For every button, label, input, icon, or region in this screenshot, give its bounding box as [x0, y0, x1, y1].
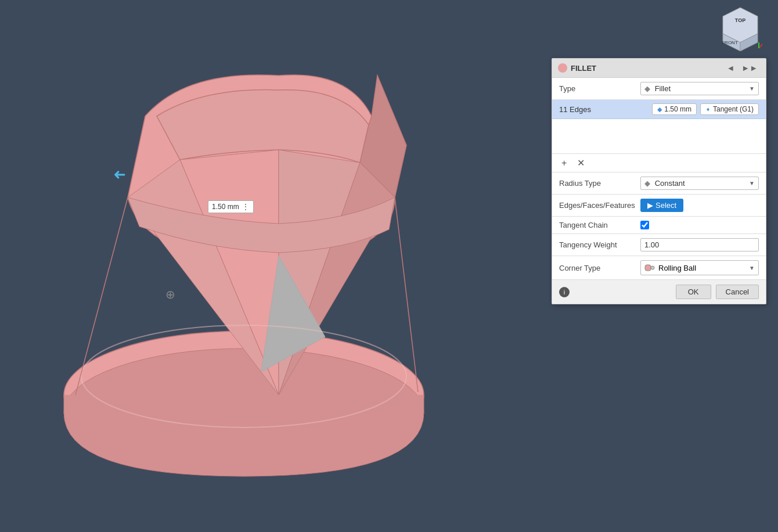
corner-type-dropdown[interactable]: Rolling Ball ▼ — [640, 260, 759, 275]
corner-type-row: Corner Type Rolling Ball ▼ — [552, 256, 766, 279]
pan-cursor-icon: ⊕ — [165, 287, 175, 301]
nav-cube-svg[interactable]: TOP FRONT — [717, 5, 763, 51]
nav-cube-top-label: TOP — [735, 17, 745, 23]
nav-cube-front-label: FRONT — [722, 40, 738, 45]
tangency-weight-row: Tangency Weight — [552, 234, 766, 256]
radius-type-row: Radius Type ◆ Constant ▼ — [552, 172, 766, 195]
panel-header: FILLET ◄ ►► — [552, 59, 766, 78]
size-icon: ◆ — [657, 106, 662, 113]
add-edge-button[interactable]: + — [559, 157, 569, 168]
tangency-weight-value-container — [640, 238, 759, 251]
type-dropdown[interactable]: ◆ Fillet ▼ — [640, 82, 759, 95]
fillet-icon-small: ◆ — [644, 84, 650, 93]
tangent-chain-value-container — [640, 221, 759, 229]
select-button[interactable]: ▶ Select — [640, 199, 683, 212]
type-dropdown-arrow: ▼ — [749, 85, 755, 92]
panel-body: Type ◆ Fillet ▼ 11 Edges ◆ 1.50 mm — [552, 78, 766, 279]
navigation-cube[interactable]: TOP FRONT — [717, 5, 763, 51]
measurement-options[interactable]: ⋮ — [242, 202, 250, 211]
panel-header-left: FILLET — [558, 63, 596, 73]
panel-collapse-button[interactable]: ◄ — [724, 62, 737, 74]
corner-type-text: Rolling Ball — [658, 264, 696, 272]
panel-title: FILLET — [571, 64, 596, 73]
tangent-chain-checkbox-container — [640, 221, 649, 229]
type-dropdown-text: ◆ Fillet — [644, 84, 671, 93]
constant-icon: ◆ — [644, 179, 650, 188]
type-label: Type — [559, 84, 640, 93]
tangency-weight-label: Tangency Weight — [559, 240, 640, 249]
rolling-ball-icon — [644, 263, 655, 273]
tangent-chain-checkbox[interactable] — [640, 221, 649, 229]
tangent-value: Tangent (G1) — [713, 105, 754, 113]
cancel-button[interactable]: Cancel — [716, 285, 759, 299]
edges-count: 11 Edges — [559, 105, 591, 114]
size-chip[interactable]: ◆ 1.50 mm — [652, 103, 697, 115]
fillet-icon — [558, 63, 567, 73]
edges-list-area — [552, 119, 766, 154]
tangent-icon: ➧ — [705, 106, 711, 113]
corner-type-dropdown-arrow: ▼ — [749, 265, 755, 271]
type-value-container: ◆ Fillet ▼ — [640, 82, 759, 95]
tangency-weight-input[interactable] — [640, 238, 759, 251]
edges-faces-row: Edges/Faces/Features ▶ Select — [552, 195, 766, 217]
tangent-chain-label: Tangent Chain — [559, 221, 640, 229]
svg-point-9 — [651, 266, 654, 269]
radius-type-dropdown[interactable]: ◆ Constant ▼ — [640, 177, 759, 190]
type-row: Type ◆ Fillet ▼ — [552, 78, 766, 100]
radius-type-value-container: ◆ Constant ▼ — [640, 177, 759, 190]
tangent-chip[interactable]: ➧ Tangent (G1) — [700, 103, 759, 115]
panel-footer: i OK Cancel — [552, 279, 766, 304]
add-remove-row: + ✕ — [552, 154, 766, 172]
corner-dropdown-left: Rolling Ball — [644, 263, 696, 273]
corner-type-value-container: Rolling Ball ▼ — [640, 260, 759, 275]
measurement-value: 1.50 mm — [212, 203, 239, 211]
edges-row[interactable]: 11 Edges ◆ 1.50 mm ➧ Tangent (G1) — [552, 100, 766, 119]
panel-controls: ◄ ►► — [724, 62, 760, 74]
ok-button[interactable]: OK — [676, 285, 711, 299]
remove-edge-button[interactable]: ✕ — [575, 157, 587, 168]
fillet-panel: FILLET ◄ ►► Type ◆ Fillet ▼ 11 Edges — [552, 58, 766, 304]
selection-arrow: ➜ — [113, 166, 126, 184]
cursor-icon: ▶ — [647, 201, 653, 210]
footer-buttons: OK Cancel — [676, 285, 759, 299]
radius-type-dropdown-text: ◆ Constant — [644, 179, 685, 188]
size-value: 1.50 mm — [664, 105, 691, 113]
svg-rect-8 — [645, 265, 651, 271]
corner-type-label: Corner Type — [559, 264, 640, 272]
tangent-chain-row: Tangent Chain — [552, 217, 766, 234]
edges-faces-label: Edges/Faces/Features — [559, 201, 640, 210]
edges-faces-value-container: ▶ Select — [640, 199, 759, 212]
measurement-label[interactable]: 1.50 mm ⋮ — [208, 200, 254, 213]
panel-expand-button[interactable]: ►► — [739, 62, 760, 74]
radius-type-dropdown-arrow: ▼ — [749, 180, 755, 186]
radius-type-label: Radius Type — [559, 179, 640, 188]
info-button[interactable]: i — [559, 287, 570, 297]
